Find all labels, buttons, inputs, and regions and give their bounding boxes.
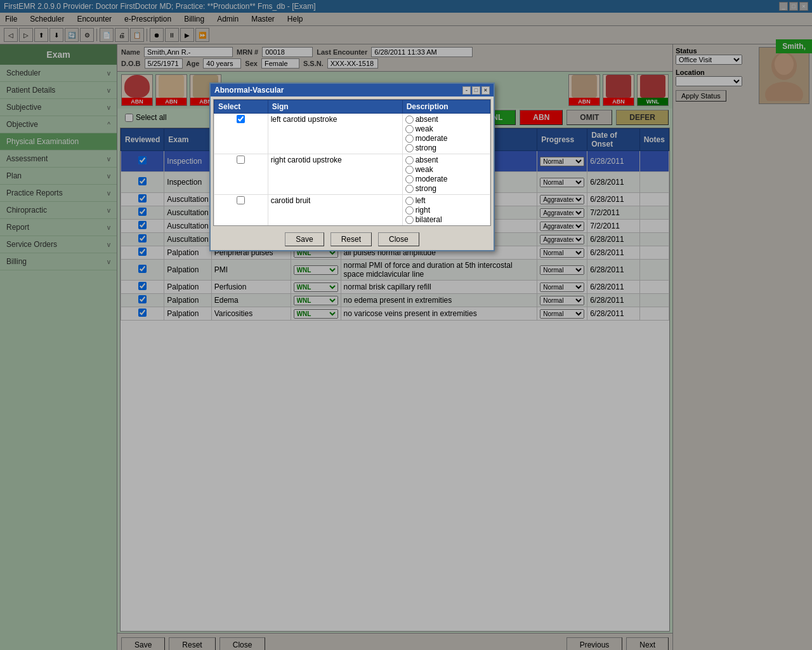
radio-item: strong [405,143,487,152]
radio-option-strong[interactable] [405,144,414,152]
dialog-cell-description: absentweakmoderatestrong [402,154,490,195]
dialog-table-row: left carotid upstrokeabsentweakmoderates… [214,114,490,154]
radio-label: moderate [416,134,448,143]
radio-label: weak [416,165,433,174]
radio-item: weak [405,165,487,174]
dialog-col-description: Description [402,100,490,114]
dialog-row-checkbox[interactable] [237,156,245,164]
dialog-col-sign: Sign [268,100,402,114]
dialog-table-body: left carotid upstrokeabsentweakmoderates… [214,114,490,226]
radio-option-strong[interactable] [405,185,414,193]
dialog-buttons: Save Reset Close [211,229,494,250]
dialog-row-checkbox[interactable] [237,115,245,123]
dialog-cell-sign: right carotid upstroke [268,154,402,195]
radio-item: left [405,196,487,205]
dialog-cell-sign: carotid bruit [268,195,402,226]
radio-label: strong [416,143,436,152]
dialog-col-select: Select [214,100,268,114]
radio-label: strong [416,184,436,193]
dialog-table-wrapper: Select Sign Description left carotid ups… [213,99,491,226]
dialog-cell-description: absentweakmoderatestrong [402,114,490,154]
radio-option-weak[interactable] [405,166,414,174]
dialog-maximize[interactable]: □ [472,86,480,95]
dialog-table-row: carotid bruitleftrightbilateral [214,195,490,226]
radio-label: moderate [416,175,448,183]
dialog-cell-select [214,195,268,226]
radio-item: moderate [405,175,487,183]
dialog-row-checkbox[interactable] [237,196,245,204]
radio-item: strong [405,184,487,193]
dialog-close[interactable]: × [481,86,490,95]
dialog-reset-button[interactable]: Reset [331,232,372,246]
radio-label: bilateral [416,215,442,224]
radio-item: right [405,206,487,215]
dialog-close-button[interactable]: Close [378,232,419,246]
radio-option-absent[interactable] [405,156,414,164]
radio-label: right [416,206,430,215]
radio-item: bilateral [405,215,487,224]
radio-item: moderate [405,134,487,143]
dialog-title-bar: Abnormal-Vascular - □ × [211,84,494,96]
radio-option-right[interactable] [405,206,414,215]
radio-label: left [416,196,426,205]
radio-item: weak [405,124,487,133]
radio-option-bilateral[interactable] [405,216,414,224]
radio-option-weak[interactable] [405,125,414,133]
radio-label: absent [416,115,438,124]
dialog-window-controls[interactable]: - □ × [462,86,490,95]
dialog-table-row: right carotid upstrokeabsentweakmoderate… [214,154,490,195]
radio-label: absent [416,156,438,164]
radio-item: absent [405,156,487,164]
radio-item: absent [405,115,487,124]
dialog-minimize[interactable]: - [462,86,471,95]
radio-option-moderate[interactable] [405,175,414,183]
radio-option-absent[interactable] [405,116,414,124]
abnormal-vascular-dialog: Abnormal-Vascular - □ × Select Sign Desc… [209,83,495,251]
radio-label: weak [416,124,433,133]
dialog-cell-sign: left carotid upstroke [268,114,402,154]
dialog-cell-description: leftrightbilateral [402,195,490,226]
dialog-save-button[interactable]: Save [285,232,324,246]
radio-option-left[interactable] [405,197,414,205]
dialog-cell-select [214,154,268,195]
dialog-cell-select [214,114,268,154]
radio-option-moderate[interactable] [405,135,414,143]
dialog-table: Select Sign Description left carotid ups… [214,100,490,226]
dialog-title: Abnormal-Vascular [214,86,284,95]
